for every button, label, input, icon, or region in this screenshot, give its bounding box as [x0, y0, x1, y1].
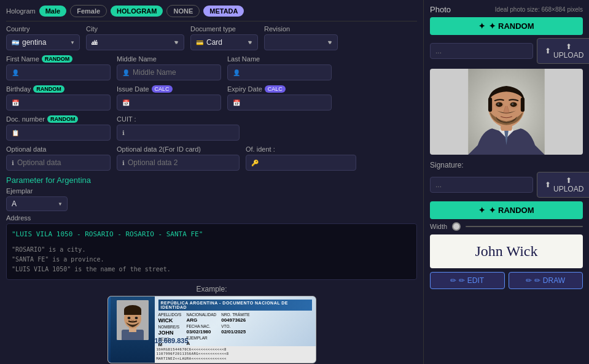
- person-icon-middle: [122, 68, 130, 77]
- optional-data2-label: Optional data 2(For ID card): [117, 145, 240, 153]
- optional-data2-input[interactable]: [128, 158, 234, 167]
- signature-random-button[interactable]: ✦ ✦ RANDOM: [430, 201, 583, 219]
- expiry-date-input[interactable]: 02/01/2025: [243, 98, 326, 107]
- width-slider-dot[interactable]: [452, 222, 461, 231]
- parameter-title: Parameter for Argentina: [6, 176, 417, 185]
- document-type-label: Document type: [190, 25, 258, 33]
- ejemplar-select[interactable]: A: [6, 196, 68, 211]
- example-label: Example:: [6, 285, 417, 293]
- svg-rect-12: [488, 98, 492, 112]
- cuit-label: CUIT :: [117, 115, 240, 123]
- middle-name-input[interactable]: [133, 68, 216, 77]
- birthday-label: Birthday RANDOM: [6, 85, 111, 93]
- photo-random-icon: ✦: [478, 21, 485, 31]
- optional-data2-icon: [122, 158, 125, 167]
- issue-date-calc-badge: CALC: [152, 85, 173, 93]
- doc-number-input[interactable]: 70.330.675: [22, 128, 105, 137]
- issue-date-label: Issue Date CALC: [117, 85, 221, 93]
- calendar-icon-expiry: [233, 98, 240, 107]
- signature-preview: John Wick: [430, 234, 583, 268]
- first-name-input[interactable]: John: [22, 68, 105, 77]
- birthday-input[interactable]: 03/02/1980: [22, 98, 105, 107]
- svg-point-18: [497, 103, 499, 105]
- id-number: 16.689.835: [155, 337, 313, 344]
- person-icon-last: [233, 68, 240, 77]
- signature-draw-button[interactable]: ✏ ✏ DRAW: [509, 272, 583, 289]
- id-mrz: 1DARG81544670C6<<<<<<<<<<<<<<8 1107996F2…: [155, 346, 316, 363]
- photo-upload-button[interactable]: ⬆ ⬆ UPLOAD: [537, 38, 589, 64]
- expiry-date-label: Expiry Date CALC: [227, 85, 332, 93]
- address-box: "LUIS VILA 1050 - ROSARIO - ROSARIO - SA…: [6, 223, 417, 280]
- doc-number-random-badge: RANDOM: [47, 115, 79, 123]
- revision-input[interactable]: 2012.01.01: [270, 38, 324, 47]
- optional-data-label: Optional data: [6, 145, 111, 153]
- upload-icon: ⬆: [545, 47, 551, 55]
- photo-random-button[interactable]: ✦ ✦ RANDOM: [430, 17, 583, 35]
- hologram-button[interactable]: HOLOGRAM: [111, 6, 163, 17]
- photo-path-input[interactable]: [430, 43, 533, 59]
- city-input[interactable]: BUENOS AIRES: [101, 38, 170, 47]
- cake-icon: [12, 98, 19, 107]
- signature-path-input[interactable]: [430, 177, 533, 193]
- signature-label: Signature:: [430, 161, 583, 169]
- svg-point-17: [510, 102, 517, 107]
- middle-name-label: Middle Name: [117, 55, 221, 63]
- doc-number-label: Doc. number RANDOM: [6, 115, 111, 123]
- width-label: Width: [430, 223, 447, 230]
- width-slider-track[interactable]: [466, 226, 583, 227]
- female-button[interactable]: Female: [70, 5, 107, 17]
- id-photo-svg: [117, 300, 149, 340]
- revision-label: Revision: [264, 25, 338, 33]
- optional-data-icon: [12, 158, 14, 167]
- sig-upload-icon: ⬆: [545, 180, 551, 189]
- svg-rect-5: [124, 310, 141, 315]
- metada-button[interactable]: METADA: [203, 6, 244, 17]
- svg-rect-13: [521, 98, 525, 112]
- expiry-date-calc-badge: CALC: [265, 85, 286, 93]
- person-icon-first: [12, 68, 19, 77]
- country-value: gentina: [22, 38, 46, 47]
- first-name-random-badge: RANDOM: [42, 55, 73, 63]
- signature-edit-button[interactable]: ✏ ✏ EDIT: [430, 272, 505, 289]
- first-name-label: First Name RANDOM: [6, 55, 111, 63]
- signature-upload-button[interactable]: ⬆ ⬆ UPLOAD: [537, 172, 589, 198]
- of-ident-input[interactable]: 004973626157701: [262, 158, 351, 167]
- optional-data-input[interactable]: [17, 158, 105, 167]
- doc-icon: [12, 128, 19, 137]
- calendar-icon-issue: [122, 98, 130, 107]
- flag-icon: [12, 38, 19, 47]
- svg-point-19: [512, 103, 513, 105]
- male-button[interactable]: Male: [39, 6, 66, 17]
- last-name-label: Last Name: [227, 55, 332, 63]
- sig-random-icon: ✦: [478, 206, 485, 215]
- svg-point-6: [127, 317, 130, 319]
- city-label: City: [86, 25, 184, 33]
- cuit-icon: [122, 128, 125, 137]
- address-label: Address: [6, 214, 417, 222]
- ideal-size-label: Ideal photo size: 668×884 pixels: [495, 6, 583, 13]
- country-label: Country: [6, 25, 80, 33]
- card-icon: [196, 38, 203, 47]
- ejemplar-label: Ejemplar: [6, 187, 417, 195]
- svg-point-7: [135, 317, 138, 319]
- photo-face-svg: [430, 69, 583, 155]
- edit-icon: ✏: [450, 276, 456, 285]
- draw-icon: ✏: [526, 276, 532, 285]
- city-icon: [92, 38, 98, 47]
- id-card-preview: REPÚBLICA ARGENTINA - DOCUMENTO NACIONAL…: [107, 296, 316, 363]
- photo-title: Photo: [430, 5, 451, 14]
- last-name-input[interactable]: Wick: [243, 68, 326, 77]
- document-type-value: Card: [206, 38, 222, 47]
- issue-date-input[interactable]: 02/01/2015: [133, 98, 216, 107]
- svg-point-16: [496, 102, 502, 107]
- of-ident-label: Of. ident :: [246, 145, 356, 153]
- hologram-label: Hologram: [6, 7, 36, 15]
- none-button[interactable]: NONE: [166, 5, 200, 17]
- ident-icon: [251, 158, 259, 167]
- cuit-input[interactable]: 20-70330675-7: [128, 128, 234, 137]
- birthday-random-badge: RANDOM: [33, 85, 64, 93]
- photo-preview: [430, 69, 583, 155]
